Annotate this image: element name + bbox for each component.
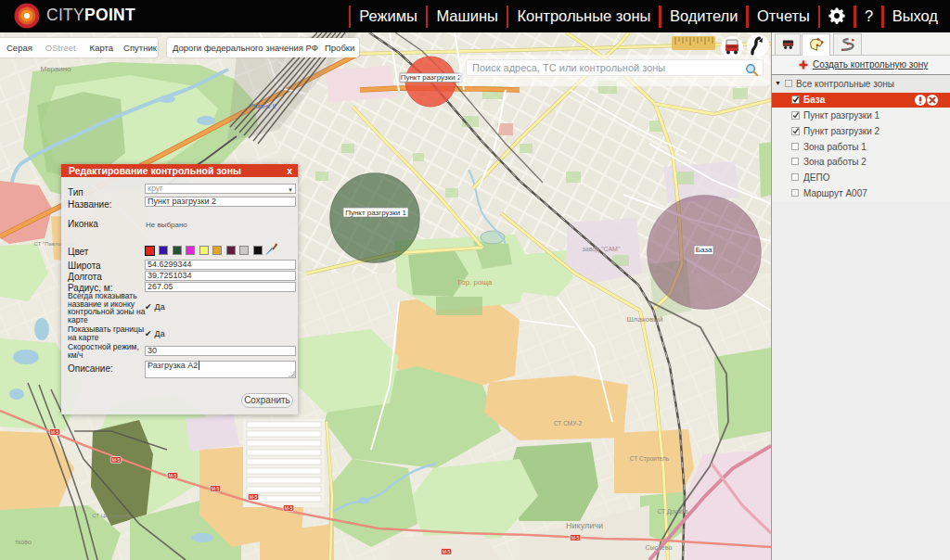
- svg-text:Пункт разгрузки 2: Пункт разгрузки 2: [401, 73, 462, 82]
- svg-text:М-5: М-5: [571, 535, 580, 541]
- svg-text:База: База: [696, 246, 712, 254]
- svg-text:Сысоево: Сысоево: [646, 544, 673, 551]
- svg-text:Пункт разгрузки 1: Пункт разгрузки 1: [345, 209, 406, 217]
- svg-text:Шлаковый: Шлаковый: [627, 315, 663, 324]
- svg-text:Гор. роща: Гор. роща: [457, 278, 493, 286]
- svg-text:М-5: М-5: [51, 429, 59, 435]
- svg-text:Рязань II: Рязань II: [250, 103, 276, 109]
- svg-text:М-5: М-5: [443, 549, 451, 554]
- svg-text:М-5: М-5: [212, 486, 220, 491]
- svg-text:СТ СМУ-2: СТ СМУ-2: [554, 420, 583, 426]
- svg-text:М-5: М-5: [285, 505, 293, 511]
- svg-text:Никуличи: Никуличи: [566, 521, 603, 530]
- svg-text:СТ Цимлропиь: СТ Цимлропиь: [92, 513, 130, 518]
- svg-text:СТ Дружба: СТ Дружба: [657, 508, 688, 515]
- svg-text:М-5: М-5: [250, 494, 258, 500]
- svg-text:завод "САМ": завод "САМ": [583, 246, 621, 253]
- svg-text:М-5: М-5: [112, 457, 121, 463]
- svg-text:СТ Строитель: СТ Строитель: [630, 455, 670, 463]
- svg-text:Мервино: Мервино: [40, 65, 71, 73]
- svg-text:тково: тково: [15, 539, 32, 545]
- svg-text:М-5: М-5: [169, 473, 177, 478]
